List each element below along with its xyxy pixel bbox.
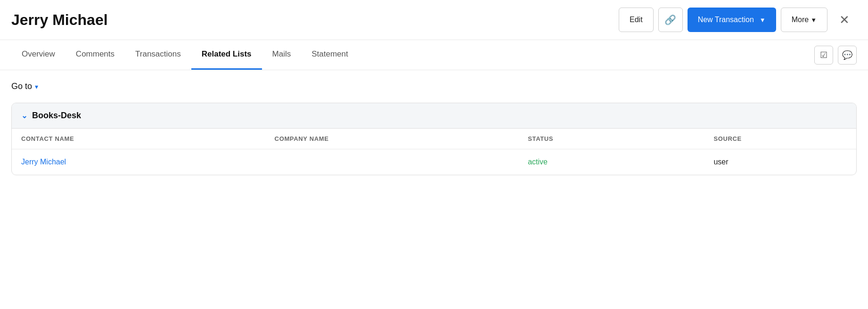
section-title: Books-Desk [32, 111, 81, 121]
contact-name-link[interactable]: Jerry Michael [21, 158, 66, 166]
tabs-bar: Overview Comments Transactions Related L… [0, 40, 868, 70]
col-header-source: SOURCE [704, 129, 856, 149]
page-title: Jerry Michael [11, 11, 108, 29]
status-badge: active [528, 158, 548, 166]
attach-button[interactable]: 🔗 [658, 8, 683, 32]
edit-button[interactable]: Edit [619, 8, 654, 32]
close-icon: ✕ [839, 13, 850, 27]
table-row: Jerry Michael active user [12, 149, 856, 175]
tab-overview[interactable]: Overview [11, 40, 66, 70]
checklist-icon-button[interactable]: ☑ [814, 46, 833, 65]
new-transaction-label: New Transaction [698, 16, 754, 24]
tab-transactions[interactable]: Transactions [125, 40, 191, 70]
close-button[interactable]: ✕ [832, 8, 857, 32]
status-cell: active [518, 149, 704, 175]
more-chevron-icon: ▼ [811, 16, 817, 24]
goto-chevron-icon: ▾ [35, 83, 38, 90]
col-header-contact-name: CONTACT NAME [12, 129, 265, 149]
new-transaction-button[interactable]: New Transaction ▼ [688, 8, 776, 32]
books-desk-table: CONTACT NAME COMPANY NAME STATUS SOURCE … [12, 129, 856, 175]
goto-button[interactable]: Go to ▾ [11, 81, 38, 91]
tab-statement[interactable]: Statement [301, 40, 359, 70]
goto-container: Go to ▾ [11, 81, 857, 91]
contact-name-cell: Jerry Michael [12, 149, 265, 175]
attach-icon: 🔗 [664, 14, 676, 25]
section-collapse-icon[interactable]: ⌄ [21, 111, 27, 120]
more-label: More [792, 16, 809, 24]
section-header: ⌄ Books-Desk [12, 103, 856, 129]
company-name-cell [265, 149, 519, 175]
new-transaction-chevron-icon: ▼ [760, 16, 766, 24]
tab-mails[interactable]: Mails [262, 40, 302, 70]
header: Jerry Michael Edit 🔗 New Transaction ▼ M… [0, 0, 868, 40]
books-desk-section: ⌄ Books-Desk CONTACT NAME COMPANY NAME S… [11, 103, 857, 175]
chat-icon-button[interactable]: 💬 [838, 46, 857, 65]
tab-related-lists[interactable]: Related Lists [191, 40, 262, 70]
tabs-icons: ☑ 💬 [814, 46, 857, 65]
more-button[interactable]: More ▼ [781, 8, 827, 32]
header-actions: Edit 🔗 New Transaction ▼ More ▼ ✕ [619, 8, 857, 32]
content: Go to ▾ ⌄ Books-Desk CONTACT NAME COMPAN… [0, 70, 868, 196]
table-header-row: CONTACT NAME COMPANY NAME STATUS SOURCE [12, 129, 856, 149]
checklist-icon: ☑ [820, 50, 827, 60]
tabs-list: Overview Comments Transactions Related L… [11, 40, 359, 70]
col-header-status: STATUS [518, 129, 704, 149]
goto-label: Go to [11, 81, 32, 91]
tab-comments[interactable]: Comments [66, 40, 125, 70]
col-header-company-name: COMPANY NAME [265, 129, 519, 149]
chat-icon: 💬 [842, 50, 852, 60]
source-cell: user [704, 149, 856, 175]
